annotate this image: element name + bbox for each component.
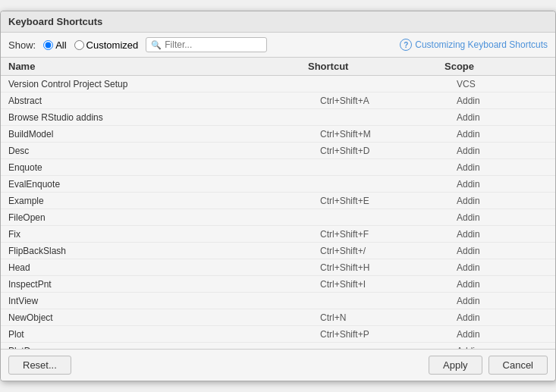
table-row[interactable]: BuildModelCtrl+Shift+MAddin bbox=[1, 126, 555, 143]
cell-name: Desc bbox=[8, 145, 320, 157]
toolbar: Show: All Customized 🔍 ? Customizing Key… bbox=[1, 33, 555, 58]
cell-scope: Addin bbox=[457, 111, 548, 124]
cell-shortcut: Ctrl+Shift+/ bbox=[320, 245, 457, 257]
reset-button[interactable]: Reset... bbox=[8, 356, 71, 375]
table-row[interactable]: FileOpenAddin bbox=[1, 209, 555, 226]
cell-shortcut bbox=[320, 217, 457, 218]
cell-shortcut: Ctrl+Shift+E bbox=[320, 195, 457, 207]
cell-name: Example bbox=[8, 195, 320, 207]
cell-shortcut: Ctrl+N bbox=[320, 312, 457, 324]
radio-customized-input[interactable] bbox=[74, 40, 84, 50]
table-row[interactable]: InspectPntCtrl+Shift+IAddin bbox=[1, 276, 555, 293]
radio-all-label: All bbox=[55, 39, 66, 51]
cell-scope: Addin bbox=[457, 162, 548, 174]
cell-name: Plot bbox=[8, 328, 320, 340]
cell-shortcut: Ctrl+Shift+I bbox=[320, 278, 457, 290]
table-row[interactable]: PlotCtrl+Shift+PAddin bbox=[1, 326, 555, 343]
cell-shortcut bbox=[320, 300, 457, 302]
table-row[interactable]: EvalEnquoteAddin bbox=[1, 176, 555, 193]
cell-name: Version Control Project Setup bbox=[8, 78, 320, 90]
cell-shortcut bbox=[320, 183, 457, 185]
help-circle-icon: ? bbox=[400, 39, 412, 51]
search-box[interactable]: 🔍 bbox=[146, 37, 267, 52]
cell-scope: Addin bbox=[457, 195, 548, 207]
table-row[interactable]: EnquoteAddin bbox=[1, 159, 555, 176]
cell-name: EvalEnquote bbox=[8, 178, 320, 190]
table-row[interactable]: ExampleCtrl+Shift+EAddin bbox=[1, 193, 555, 209]
cell-scope: Addin bbox=[457, 295, 548, 307]
cell-name: Enquote bbox=[8, 162, 320, 174]
cell-name: Head bbox=[8, 262, 320, 274]
table-row[interactable]: Browse RStudio addinsAddin bbox=[1, 109, 555, 126]
table-row[interactable]: DescCtrl+Shift+DAddin bbox=[1, 143, 555, 159]
cell-name: BuildModel bbox=[8, 128, 320, 140]
cell-scope: Addin bbox=[457, 245, 548, 257]
cell-name: FlipBackSlash bbox=[8, 245, 320, 257]
cell-scope: Addin bbox=[457, 345, 548, 350]
cell-shortcut bbox=[320, 83, 457, 85]
cancel-button[interactable]: Cancel bbox=[488, 356, 548, 375]
cell-scope: Addin bbox=[457, 278, 548, 290]
radio-customized-label: Customized bbox=[86, 39, 139, 51]
table-row[interactable]: PlotDAddin bbox=[1, 343, 555, 349]
apply-button[interactable]: Apply bbox=[429, 356, 482, 375]
shortcut-table: Name Shortcut Scope Version Control Proj… bbox=[1, 58, 555, 350]
cell-shortcut: Ctrl+Shift+A bbox=[320, 95, 457, 107]
cell-name: Browse RStudio addins bbox=[8, 111, 320, 124]
table-body[interactable]: Version Control Project SetupVCSAbstract… bbox=[1, 76, 555, 349]
radio-customized[interactable]: Customized bbox=[74, 39, 139, 51]
table-row[interactable]: NewObjectCtrl+NAddin bbox=[1, 309, 555, 326]
cell-scope: Addin bbox=[457, 262, 548, 274]
cell-scope: Addin bbox=[457, 178, 548, 190]
radio-all[interactable]: All bbox=[43, 39, 66, 51]
table-row[interactable]: FixCtrl+Shift+FAddin bbox=[1, 226, 555, 243]
footer: Reset... Apply Cancel bbox=[1, 350, 555, 381]
cell-name: NewObject bbox=[8, 312, 320, 324]
cell-scope: Addin bbox=[457, 128, 548, 140]
cell-name: IntView bbox=[8, 295, 320, 307]
cell-name: InspectPnt bbox=[8, 278, 320, 290]
radio-all-input[interactable] bbox=[43, 40, 53, 50]
cell-shortcut: Ctrl+Shift+P bbox=[320, 328, 457, 340]
table-row[interactable]: HeadCtrl+Shift+HAddin bbox=[1, 259, 555, 276]
table-row[interactable]: Version Control Project SetupVCS bbox=[1, 76, 555, 93]
col-name: Name bbox=[8, 61, 308, 72]
table-row[interactable]: FlipBackSlashCtrl+Shift+/Addin bbox=[1, 243, 555, 259]
cell-name: Fix bbox=[8, 228, 320, 240]
cell-shortcut: Ctrl+Shift+F bbox=[320, 228, 457, 240]
search-icon: 🔍 bbox=[151, 40, 162, 50]
cell-shortcut: Ctrl+Shift+M bbox=[320, 128, 457, 140]
radio-group: All Customized bbox=[43, 39, 138, 51]
cell-scope: Addin bbox=[457, 212, 548, 224]
cell-scope: VCS bbox=[457, 78, 548, 90]
cell-name: Abstract bbox=[8, 95, 320, 107]
cell-scope: Addin bbox=[457, 328, 548, 340]
cell-name: FileOpen bbox=[8, 212, 320, 224]
table-row[interactable]: IntViewAddin bbox=[1, 293, 555, 309]
show-label: Show: bbox=[8, 39, 36, 51]
cell-scope: Addin bbox=[457, 145, 548, 157]
table-row[interactable]: AbstractCtrl+Shift+AAddin bbox=[1, 93, 555, 109]
keyboard-shortcuts-dialog: Keyboard Shortcuts Show: All Customized … bbox=[0, 11, 556, 381]
cell-scope: Addin bbox=[457, 228, 548, 240]
dialog-title: Keyboard Shortcuts bbox=[1, 11, 555, 33]
cell-name: PlotD bbox=[8, 345, 320, 350]
cell-shortcut bbox=[320, 167, 457, 168]
cell-scope: Addin bbox=[457, 312, 548, 324]
search-input[interactable] bbox=[165, 39, 256, 50]
help-link[interactable]: ? Customizing Keyboard Shortcuts bbox=[400, 39, 548, 51]
cell-scope: Addin bbox=[457, 95, 548, 107]
cell-shortcut: Ctrl+Shift+H bbox=[320, 262, 457, 274]
cell-shortcut: Ctrl+Shift+D bbox=[320, 145, 457, 157]
cell-shortcut bbox=[320, 117, 457, 118]
col-shortcut: Shortcut bbox=[308, 61, 444, 72]
help-link-label: Customizing Keyboard Shortcuts bbox=[415, 39, 548, 50]
col-scope: Scope bbox=[444, 61, 536, 72]
table-header: Name Shortcut Scope bbox=[1, 58, 555, 76]
